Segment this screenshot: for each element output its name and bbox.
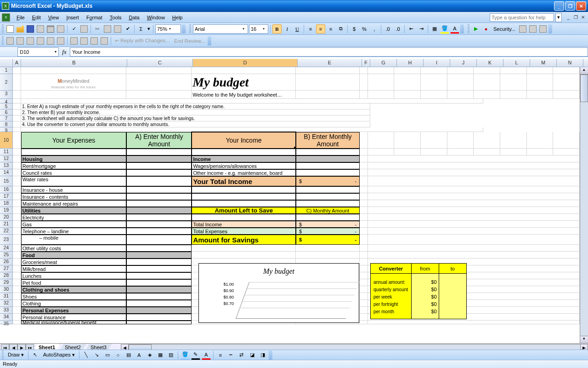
col-header-e[interactable]: E <box>298 59 362 67</box>
menu-view[interactable]: View <box>45 13 63 22</box>
row-header[interactable]: 31 <box>0 293 13 300</box>
minimize-button[interactable]: _ <box>554 1 564 11</box>
delete-comment-button[interactable] <box>56 36 65 46</box>
align-right-button[interactable]: ≡ <box>326 24 335 34</box>
col-header-a[interactable]: A <box>13 59 21 67</box>
toolbar-overflow[interactable] <box>182 24 186 34</box>
align-center-button[interactable]: ≡ <box>316 24 325 34</box>
bold-button[interactable]: B <box>272 24 282 34</box>
toolbar-overflow[interactable] <box>548 24 552 34</box>
shadow-button[interactable]: ◪ <box>248 351 257 360</box>
row-header[interactable]: 2 <box>0 74 13 91</box>
align-left-button[interactable]: ≡ <box>306 24 315 34</box>
fill-color-draw-button[interactable]: 🪣 <box>181 351 190 360</box>
italic-button[interactable]: I <box>283 24 292 34</box>
security-button[interactable]: Security... <box>492 26 517 32</box>
scroll-up-button[interactable]: ▴ <box>580 67 588 75</box>
col-header-h[interactable]: H <box>397 59 424 67</box>
row-header[interactable]: 34 <box>0 314 13 321</box>
doc-close-button[interactable]: ✕ <box>580 14 586 21</box>
design-mode-button[interactable] <box>538 24 548 34</box>
oval-button[interactable]: ○ <box>113 351 123 360</box>
row-header[interactable]: 13 <box>0 162 13 169</box>
name-box[interactable]: D10▾ <box>17 47 59 57</box>
toolbar-overflow[interactable] <box>460 24 464 34</box>
open-button[interactable] <box>16 24 25 34</box>
col-header-k[interactable]: K <box>477 59 503 67</box>
increase-indent-button[interactable]: ⇥ <box>417 24 426 34</box>
col-header-j[interactable]: J <box>450 59 477 67</box>
col-header-g[interactable]: G <box>370 59 397 67</box>
doc-restore-button[interactable]: ❐ <box>572 14 579 21</box>
font-size-combo[interactable]: 16▾ <box>249 24 268 34</box>
show-all-comments-button[interactable] <box>46 36 55 46</box>
rectangle-button[interactable]: ▭ <box>103 351 112 360</box>
menu-window[interactable]: Window <box>143 13 169 22</box>
col-header-i[interactable]: I <box>424 59 450 67</box>
row-header[interactable]: 26 <box>0 259 13 265</box>
wordart-button[interactable]: A <box>135 351 144 360</box>
autoshapes-menu[interactable]: AutoShapes ▾ <box>41 352 77 358</box>
toolbar-grip[interactable] <box>468 24 469 34</box>
row-header[interactable]: 6 <box>0 109 13 115</box>
line-button[interactable]: ╲ <box>82 351 91 360</box>
row-header[interactable]: 15 <box>0 176 13 186</box>
save-button[interactable] <box>26 24 35 34</box>
row-header[interactable]: 12 <box>0 155 13 162</box>
row-header[interactable]: 33 <box>0 307 13 314</box>
scroll-thumb[interactable] <box>580 75 588 102</box>
header-income[interactable]: Your Income <box>192 132 296 149</box>
row-header[interactable]: 11 <box>0 149 13 155</box>
textbox-button[interactable]: ▤ <box>124 351 133 360</box>
increase-decimal-button[interactable]: .0 <box>383 24 392 34</box>
row-header[interactable]: 29 <box>0 279 13 286</box>
row-header[interactable]: 1 <box>0 67 13 74</box>
draw-menu[interactable]: Draw ▾ <box>6 352 26 358</box>
row-header[interactable]: 18 <box>0 200 13 207</box>
next-comment-button[interactable] <box>26 36 35 46</box>
font-color-draw-button[interactable]: A <box>202 351 211 360</box>
row-header[interactable]: 20 <box>0 214 13 221</box>
app-icon[interactable]: X <box>2 13 10 22</box>
comma-button[interactable]: , <box>370 24 379 34</box>
fx-icon[interactable]: fx <box>59 48 70 56</box>
borders-button[interactable]: ▦ <box>430 24 439 34</box>
cut-button[interactable]: ✂ <box>93 24 102 34</box>
row-header[interactable]: 3 <box>0 91 13 99</box>
arrow-style-button[interactable]: ⇄ <box>237 351 246 360</box>
row-header[interactable]: 25 <box>0 252 13 259</box>
fill-color-button[interactable]: 🪣 <box>440 24 449 34</box>
toolbar-grip[interactable] <box>2 24 4 34</box>
maximize-button[interactable]: ❐ <box>565 1 575 11</box>
new-button[interactable] <box>6 24 15 34</box>
col-header-c[interactable]: C <box>127 59 193 67</box>
new-comment-button[interactable] <box>6 36 15 46</box>
col-header-f[interactable]: F <box>362 59 370 67</box>
format-painter-button[interactable]: ✔ <box>123 24 132 34</box>
row-header[interactable]: 24 <box>0 245 13 252</box>
send-mail-button[interactable] <box>100 36 109 46</box>
merge-center-button[interactable]: ⧉ <box>336 24 345 34</box>
research-button[interactable] <box>79 24 89 34</box>
menu-edit[interactable]: Edit <box>28 13 45 22</box>
row-header[interactable]: 17 <box>0 193 13 200</box>
toolbar-grip[interactable] <box>2 36 4 46</box>
menu-file[interactable]: File <box>13 13 28 22</box>
toolbar-grip[interactable] <box>2 351 4 360</box>
spelling-button[interactable]: ✓ <box>69 24 79 34</box>
menu-insert[interactable]: Insert <box>62 13 83 22</box>
percent-button[interactable]: % <box>360 24 369 34</box>
clipart-button[interactable]: ▦ <box>156 351 165 360</box>
menu-help[interactable]: Help <box>169 13 187 22</box>
worksheet-grid[interactable]: A B C D E F G H I J K L M N 1 2MoneyMind… <box>0 59 588 343</box>
col-header-l[interactable]: L <box>503 59 530 67</box>
budget-chart[interactable]: My budget $1.00 $0.90 $0.80 $0.70 <box>198 263 359 323</box>
line-style-button[interactable]: ≡ <box>216 351 225 360</box>
col-header-b[interactable]: B <box>21 59 127 67</box>
toolbar-overflow[interactable] <box>208 36 211 46</box>
help-search-input[interactable] <box>490 13 554 22</box>
currency-button[interactable]: $ <box>350 24 359 34</box>
col-header-n[interactable]: N <box>557 59 583 67</box>
line-color-button[interactable]: ✎ <box>191 351 200 360</box>
zoom-combo[interactable]: 75%▾ <box>155 24 181 34</box>
